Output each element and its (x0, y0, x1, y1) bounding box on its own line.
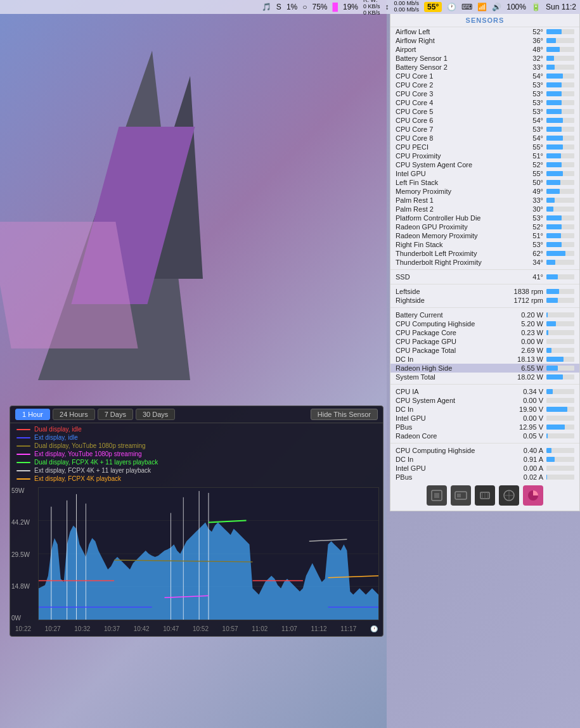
sensor-fan-name: Rightside (396, 297, 513, 304)
chart-btn-24hours[interactable]: 24 Hours (53, 409, 95, 420)
menubar-rw: R: W:0 KB/s0 KB/s (363, 0, 380, 16)
x-label-1107: 11:07 (281, 625, 297, 632)
sensor-bar (546, 127, 574, 132)
sensor-power-value: 0.00 W (518, 338, 543, 345)
menubar-disk: 19% (343, 3, 358, 11)
sensor-bar-fill (546, 127, 562, 132)
sensor-voltage-row: CPU System Agent 0.00 V (390, 396, 579, 405)
sensor-bar (546, 153, 574, 158)
sensor-fan-value: 1838 rpm (514, 288, 543, 295)
menubar-wifi-icon[interactable]: 📶 (477, 3, 487, 11)
menubar-battery-icon: 🔋 (531, 3, 541, 11)
sensor-bar-fill (546, 82, 562, 87)
sensor-bar (546, 207, 574, 212)
sensor-voltage-value: 19.90 V (518, 406, 543, 413)
sensor-voltage-name: PBus (396, 423, 517, 431)
sensor-power-bar-fill (546, 348, 551, 353)
x-label-1102: 11:02 (252, 625, 267, 632)
sensor-bar-fill (546, 153, 561, 158)
chart-btn-30days[interactable]: 30 Days (136, 409, 175, 420)
menubar-history-icon[interactable]: 🕐 (447, 3, 456, 11)
sensor-temp-row: CPU Core 8 54° (390, 134, 579, 143)
legend-label-5: Dual display, FCPX 4K + 11 layers playba… (34, 459, 158, 466)
sensor-ssd-bar-fill (546, 274, 558, 279)
sensor-name: CPU Core 4 (396, 99, 517, 106)
sensor-fan-section: Leftside 1838 rpm Rightside 1712 rpm (390, 287, 579, 305)
sensor-power-name: System Total (396, 373, 516, 381)
sensor-voltage-value: 0.34 V (518, 388, 543, 395)
sensor-temp-row: Radeon GPU Proximity 52° (390, 222, 579, 231)
sensor-power-bar-fill (546, 366, 558, 371)
sensor-power-name: CPU Package Core (396, 329, 517, 336)
sensor-power-row: Radeon High Side 6.55 W (390, 364, 579, 373)
sensor-value: 53° (518, 99, 543, 106)
sensor-bar-fill (546, 47, 560, 52)
sensor-value: 53° (518, 108, 543, 115)
menubar-temp[interactable]: 55° (424, 2, 442, 12)
bottom-icons-row (390, 482, 579, 507)
menubar-music: 🎵 (262, 3, 271, 11)
legend-item-4: Ext display, YouTube 1080p streaming (16, 450, 377, 457)
sensor-value: 51° (518, 152, 543, 160)
clock-icon: 🕐 (370, 625, 378, 632)
sensor-name: CPU Core 3 (396, 90, 517, 98)
bottom-icon-cpu[interactable] (427, 485, 447, 506)
sensor-temp-row: Airflow Right 36° (390, 36, 579, 45)
sensor-current-value: 0.02 A (518, 473, 543, 481)
chart-svg (39, 488, 378, 620)
sensor-power-name: DC In (396, 355, 516, 363)
sensor-voltage-name: Intel GPU (396, 414, 517, 422)
bottom-icon-mem[interactable] (475, 485, 495, 506)
sensor-name: Battery Sensor 2 (396, 63, 517, 71)
sensor-name: Platform Controller Hub Die (396, 214, 517, 222)
sensor-power-bar-fill (546, 374, 563, 380)
bottom-icon-net[interactable] (499, 485, 519, 506)
sensor-voltage-row: CPU IA 0.34 V (390, 387, 579, 396)
sensor-bar (546, 91, 574, 96)
sensor-current-name: CPU Computing Highside (396, 447, 517, 454)
bottom-icon-pie[interactable] (523, 485, 543, 506)
sensor-bar-fill (546, 91, 562, 96)
sensor-value: 52° (518, 28, 543, 35)
sensor-voltage-name: DC In (396, 406, 517, 413)
sensor-bar (546, 242, 574, 247)
svg-rect-3 (457, 494, 461, 497)
sensor-voltage-name: CPU System Agent (396, 397, 517, 404)
sensor-temp-row: Airflow Left 52° (390, 27, 579, 36)
geo-shape-4 (0, 222, 138, 348)
sensor-bar (546, 118, 574, 123)
sensor-voltage-bar (546, 398, 574, 403)
sensor-bar (546, 215, 574, 220)
chart-btn-1hour[interactable]: 1 Hour (15, 409, 50, 420)
x-label-1042: 10:42 (134, 625, 150, 632)
sensor-current-row: CPU Computing Highside 0.40 A (390, 446, 579, 455)
sensor-power-bar (546, 339, 574, 344)
sensor-fan-row: Rightside 1712 rpm (390, 296, 579, 305)
chart-y-axis: 59W 44.2W 29.5W 14.8W 0W (10, 485, 34, 624)
chart-btn-7days[interactable]: 7 Days (98, 409, 133, 420)
bottom-icon-gpu[interactable] (451, 485, 471, 506)
chart-hide-btn[interactable]: Hide This Sensor (311, 409, 378, 420)
sensor-power-row: CPU Package Core 0.23 W (390, 328, 579, 337)
sensor-name: Airflow Right (396, 37, 517, 44)
sensor-temp-row: CPU Core 3 53° (390, 89, 579, 98)
legend-line-5 (16, 462, 30, 463)
menubar: 🎵 S 1% ○ 75% █ 19% R: W:0 KB/s0 KB/s ↕ 0… (0, 0, 580, 14)
sensor-name: Left Fin Stack (396, 179, 517, 186)
sensor-power-value: 18.13 W (517, 355, 543, 363)
sensor-bar (546, 82, 574, 87)
menubar-volume-icon[interactable]: 🔊 (492, 3, 501, 11)
sensor-bar-fill (546, 215, 562, 220)
sensor-power-bar (546, 374, 574, 380)
menubar-datetime: Sun 11:2 (546, 3, 576, 11)
sensor-name: Radeon GPU Proximity (396, 223, 517, 231)
sensor-name: CPU Core 7 (396, 125, 517, 133)
sensor-temp-row: Thunderbolt Left Proximity 62° (390, 249, 579, 258)
sensor-power-row: CPU Package Total 2.69 W (390, 346, 579, 355)
sensor-value: 50° (518, 179, 543, 186)
sensor-power-value: 5.20 W (518, 320, 543, 328)
sensor-bar-fill (546, 242, 562, 247)
sensor-value: 33° (518, 196, 543, 204)
sensor-value: 34° (518, 259, 543, 266)
sensor-power-section: Battery Current 0.20 W CPU Computing Hig… (390, 310, 579, 381)
